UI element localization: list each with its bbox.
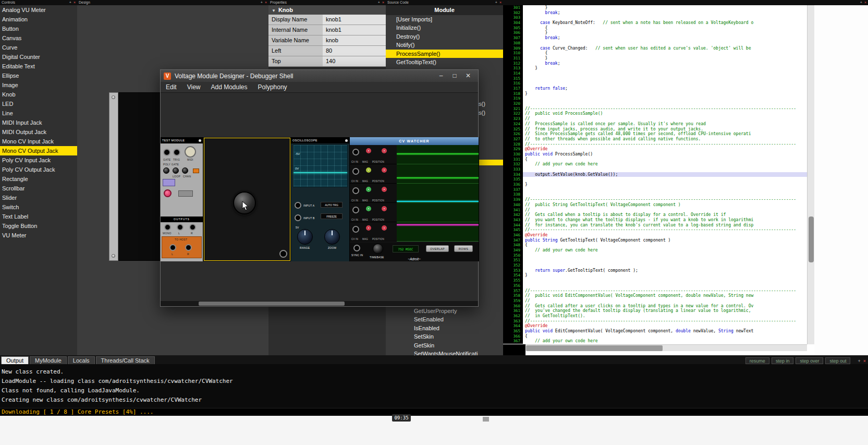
property-value[interactable]: 80 [323, 46, 386, 56]
pink-button[interactable] [164, 189, 172, 197]
output-jack[interactable] [279, 250, 287, 258]
source-item-initialize[interactable]: Initialize() [386, 23, 503, 32]
undock-icon[interactable]: + [69, 1, 71, 4]
host-left-jack[interactable] [169, 244, 176, 251]
code-line-309[interactable]: 309 case Curve_Changed: // sent when use… [503, 46, 807, 51]
code-line-327[interactable]: 327// to other threads when possible and… [503, 137, 807, 142]
controls-item-rectangle[interactable]: Rectangle [0, 174, 77, 184]
code-line-365[interactable]: 365public void EditComponentValue( Volta… [503, 329, 807, 334]
code-line-367[interactable]: 367 // add your own code here [503, 339, 807, 344]
code-line-317[interactable]: 317 return false; [503, 86, 807, 91]
step-in-button[interactable]: step in [772, 357, 794, 364]
code-line-355[interactable]: 355 [503, 278, 807, 283]
source-item-setwantsmousenotificati[interactable]: SetWantsMouseNotificati [386, 350, 503, 355]
cv-in-jack[interactable] [352, 187, 359, 194]
code-line-340[interactable]: 340// public String GetTooltipText( Volt… [503, 202, 807, 208]
menu-polyphony[interactable]: Polyphony [253, 83, 292, 91]
close-panel-icon[interactable]: × [863, 358, 866, 364]
position-knob[interactable] [382, 225, 387, 231]
code-line-313[interactable]: 313 } [503, 66, 807, 71]
code-line-318[interactable]: 318} [503, 91, 807, 97]
scrollbar-thumb[interactable] [526, 345, 663, 351]
code-view[interactable]: 301 }302 break;303304 case Keyboard_Note… [503, 5, 807, 344]
code-line-319[interactable]: 319 [503, 96, 807, 101]
mag-knob[interactable] [366, 206, 371, 211]
menu-add-modules[interactable]: Add Modules [205, 83, 252, 91]
code-line-332[interactable]: 332 // add your own code here [503, 162, 807, 167]
property-value[interactable]: knob1 [323, 15, 386, 25]
window-titlebar[interactable]: V Voltage Module Designer - Debugger She… [161, 70, 478, 82]
controls-item-toggle-button[interactable]: Toggle Button [0, 221, 77, 231]
code-line-353[interactable]: 353 return super.GetTooltipText( compone… [503, 268, 807, 273]
controls-item-midi-output-jack[interactable]: MIDI Output Jack [0, 127, 77, 137]
module-oscilloscope[interactable]: OSCILLOSCOPE -5V 0V INPUT A AUTO TRG INP… [291, 137, 350, 261]
console-output[interactable]: New class created.LoadModule -- loading … [0, 364, 868, 408]
controls-item-line[interactable]: Line [0, 109, 77, 118]
code-line-349[interactable]: 349 // add your own code here [503, 248, 807, 253]
code-line-341[interactable]: 341// [503, 208, 807, 213]
controls-item-poly-cv-input-jack[interactable]: Poly CV Input Jack [0, 155, 77, 165]
code-line-364[interactable]: 364@Override [503, 323, 807, 329]
position-knob[interactable] [382, 187, 387, 192]
code-line-344[interactable]: 344// for instance, you can translate th… [503, 223, 807, 228]
undock-icon[interactable]: + [860, 1, 862, 4]
close-panel-icon[interactable]: × [499, 1, 502, 4]
tab-mymodule[interactable]: MyModule [30, 356, 67, 364]
controls-item-animation[interactable]: Animation [0, 15, 77, 24]
zoom-knob[interactable] [324, 229, 340, 245]
resume-button[interactable]: resume [745, 357, 769, 364]
code-line-359[interactable]: 359// [503, 298, 807, 304]
position-knob[interactable] [382, 167, 387, 173]
code-line-320[interactable]: 320 [503, 101, 807, 106]
menu-edit[interactable]: Edit [161, 83, 182, 91]
controls-item-vu-meter[interactable]: VU Meter [0, 231, 77, 240]
rack-horizontal-scrollbar[interactable] [161, 301, 478, 306]
mag-knob[interactable] [366, 148, 371, 153]
sync-in-jack[interactable] [353, 245, 360, 251]
property-value[interactable]: knob [323, 35, 386, 45]
cv-in-jack[interactable] [352, 168, 359, 175]
controls-item-scrollbar[interactable]: Scrollbar [0, 184, 77, 193]
auto-trg-display[interactable]: AUTO TRG [321, 202, 343, 208]
gate-jack[interactable] [163, 149, 170, 156]
code-line-338[interactable]: 338 [503, 192, 807, 197]
module-test[interactable]: TEST MODULE GATE TRIG MIDI POLY GATE LOO… [161, 137, 203, 261]
vertical-scrollbar[interactable] [807, 5, 814, 344]
code-line-342[interactable]: 342// Gets called when a tooltip is abou… [503, 212, 807, 218]
source-item-processsample[interactable]: ProcessSample() [386, 50, 503, 58]
overlap-button[interactable]: OVERLAP [426, 245, 449, 252]
cv-in-jack[interactable] [352, 207, 359, 213]
right-out-jack[interactable] [189, 224, 196, 231]
range-knob[interactable] [297, 229, 313, 245]
scrollbar-thumb[interactable] [809, 217, 814, 262]
tab-threads-call-stack[interactable]: Threads/Call Stack [96, 356, 155, 364]
code-line-350[interactable]: 350 [503, 253, 807, 258]
debugger-shell-window[interactable]: V Voltage Module Designer - Debugger She… [160, 69, 479, 307]
controls-item-midi-input-jack[interactable]: MIDI Input Jack [0, 118, 77, 127]
source-item-notify[interactable]: Notify() [386, 41, 503, 49]
left-out-jack[interactable] [177, 224, 184, 231]
code-line-363[interactable]: 363//-----------------------------------… [503, 319, 807, 324]
controls-item-ellipse[interactable]: Ellipse [0, 71, 77, 80]
tab-locals[interactable]: Locals [68, 356, 95, 364]
undock-icon[interactable]: + [495, 1, 497, 4]
code-line-329[interactable]: 329@Override [503, 147, 807, 152]
source-item-setenabled[interactable]: SetEnabled [386, 315, 503, 323]
controls-item-analog-vu-meter[interactable]: Analog VU Meter [0, 5, 77, 15]
code-line-339[interactable]: 339//-----------------------------------… [503, 197, 807, 202]
close-panel-icon[interactable]: × [265, 1, 267, 4]
position-knob[interactable] [382, 148, 387, 153]
controls-item-slider[interactable]: Slider [0, 193, 77, 202]
code-line-305[interactable]: 305 { [503, 26, 807, 31]
code-line-324[interactable]: 324// ProcessSample is called once per s… [503, 122, 807, 127]
mag-knob[interactable] [366, 187, 371, 192]
code-line-357[interactable]: 357//-----------------------------------… [503, 288, 807, 294]
code-line-303[interactable]: 303 [503, 15, 807, 20]
trig-jack[interactable] [173, 149, 180, 156]
code-line-322[interactable]: 322// public void ProcessSample() [503, 111, 807, 116]
orange-button[interactable] [193, 169, 199, 173]
controls-item-led[interactable]: LED [0, 99, 77, 109]
controls-item-text-label[interactable]: Text Label [0, 212, 77, 221]
code-line-312[interactable]: 312 break; [503, 61, 807, 66]
code-line-352[interactable]: 352 [503, 263, 807, 268]
